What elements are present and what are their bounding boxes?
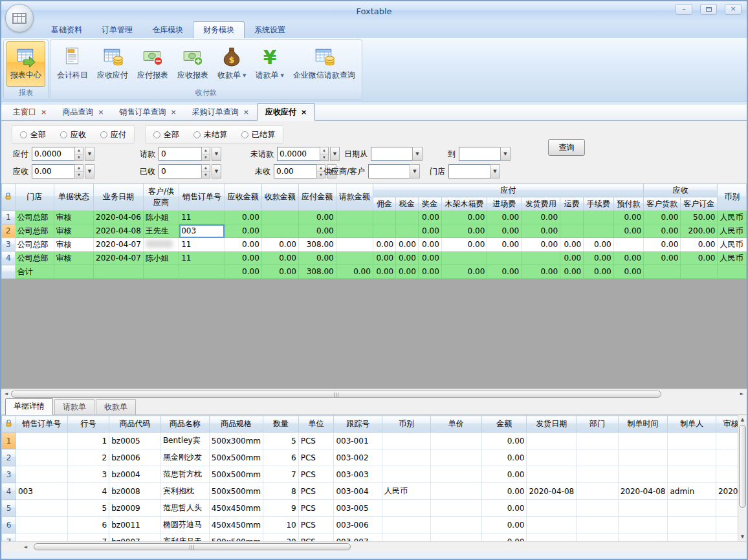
spinner-buttons[interactable]: ▲▼ [201, 147, 210, 161]
detail-horizontal-scrollbar[interactable]: ◄ [1, 541, 747, 552]
cell[interactable] [487, 252, 522, 265]
cell[interactable] [527, 449, 577, 466]
cell[interactable]: 0.00 [481, 517, 526, 533]
cell[interactable]: 500x300mm [209, 433, 263, 449]
cell[interactable]: 0.00 [261, 252, 298, 265]
cell[interactable]: 人民币 [718, 238, 747, 252]
cell[interactable]: 11 [179, 238, 225, 252]
main-horizontal-scrollbar[interactable]: ◄ ► [1, 389, 747, 398]
cell[interactable]: bz0007 [109, 533, 161, 542]
numeric-value[interactable]: 0.00 [32, 164, 74, 178]
cell[interactable]: 公司总部 [15, 211, 54, 224]
cell[interactable]: 0.00 [487, 224, 522, 238]
col-header-手续费[interactable]: 手续费 [584, 197, 614, 211]
cell[interactable]: admin [668, 483, 716, 500]
col-header-销售订单号[interactable]: 销售订单号 [179, 184, 225, 211]
cell[interactable]: 0.00 [481, 500, 526, 517]
cell[interactable]: 范思哲人头 [160, 500, 209, 517]
ribbon-button-报表中心[interactable]: 报表中心 [6, 41, 45, 87]
cell[interactable]: 0.00 [418, 238, 441, 252]
close-tab-icon[interactable]: × [243, 108, 249, 116]
detail-vertical-scrollbar[interactable]: ▲ ▼ [738, 415, 747, 541]
cell[interactable]: 003-003 [334, 466, 382, 483]
cell[interactable]: 2020-04-08 [618, 483, 668, 500]
row-number[interactable]: 5 [2, 500, 16, 517]
cell[interactable] [577, 466, 619, 483]
dropdown-button[interactable]: ▼ [330, 147, 340, 161]
cell[interactable]: 0.00 [225, 224, 261, 238]
cell[interactable] [261, 224, 298, 238]
cell[interactable]: 公司总部 [15, 252, 54, 265]
cell[interactable]: 11 [179, 252, 225, 265]
cell[interactable] [613, 238, 644, 252]
scroll-thumb[interactable] [34, 543, 351, 550]
col-header-商品名称[interactable]: 商品名称 [160, 416, 209, 433]
cell[interactable]: 308.00 [298, 238, 336, 252]
cell[interactable]: PCS [298, 449, 334, 466]
cell[interactable]: Bentley宾 [160, 433, 209, 449]
col-header-业务日期[interactable]: 业务日期 [94, 184, 144, 211]
cell[interactable]: 0.00 [613, 252, 644, 265]
cell[interactable]: 003 [16, 483, 67, 500]
cell[interactable]: 500x500mm [209, 466, 263, 483]
col-header-客户/供应商[interactable]: 客户/供应商 [143, 184, 179, 211]
cell[interactable] [373, 224, 395, 238]
cell[interactable]: 20 [263, 533, 299, 542]
col-header-进场费[interactable]: 进场费 [487, 197, 522, 211]
cell[interactable]: 10 [263, 517, 299, 533]
dropdown-button[interactable]: ▼ [212, 164, 221, 178]
col-header-单位[interactable]: 单位 [298, 416, 334, 433]
ribbon-tab-财务模块[interactable]: 财务模块 [193, 21, 245, 38]
spin-down-icon[interactable]: ▼ [202, 172, 210, 178]
col-header-应付金额[interactable]: 应付金额 [298, 184, 336, 211]
radio-全部[interactable]: 全部 [153, 129, 179, 140]
cell[interactable] [336, 238, 373, 252]
cell[interactable] [668, 466, 716, 483]
cell[interactable]: 0.00 [560, 252, 584, 265]
spinner-buttons[interactable]: ▲▼ [201, 164, 210, 178]
cell[interactable]: PCS [298, 483, 334, 500]
cell[interactable]: 人民币 [382, 483, 431, 500]
detail-tab-单据详情[interactable]: 单据详情 [5, 398, 53, 415]
cell[interactable] [584, 224, 614, 238]
cell[interactable]: 003-005 [334, 500, 382, 517]
dropdown-button[interactable]: ▼ [212, 147, 221, 161]
numeric-value[interactable]: 0.0000 [277, 147, 320, 161]
cell[interactable]: 4 [67, 483, 109, 500]
combo-value[interactable] [448, 164, 490, 178]
spinner-buttons[interactable]: ▲▼ [320, 147, 329, 161]
cell[interactable] [577, 533, 619, 542]
cell[interactable]: 003-006 [334, 517, 382, 533]
cell[interactable] [16, 433, 67, 449]
cell[interactable] [522, 252, 560, 265]
cell[interactable]: 2020-04-08 [527, 483, 577, 500]
cell[interactable] [618, 433, 668, 449]
cell[interactable]: 审核 [54, 252, 93, 265]
numeric-input[interactable]: 0▲▼ [159, 164, 210, 178]
col-header-部门[interactable]: 部门 [577, 416, 619, 433]
cell[interactable] [430, 517, 481, 533]
cell[interactable]: 0.00 [560, 238, 584, 252]
combo-input[interactable]: ▼ [371, 147, 423, 161]
app-menu-button[interactable] [5, 4, 34, 32]
row-number[interactable]: 3 [2, 466, 16, 483]
cell[interactable]: 450x450mm [209, 500, 263, 517]
cell[interactable]: 0.00 [373, 252, 395, 265]
cell[interactable]: 0.00 [396, 238, 419, 252]
cell[interactable]: 0.00 [681, 252, 718, 265]
cell[interactable]: 范思哲方枕 [160, 466, 209, 483]
cell[interactable]: 0.00 [487, 238, 522, 252]
col-header-金额[interactable]: 金额 [481, 416, 526, 433]
lock-corner-cell[interactable] [2, 184, 16, 211]
row-number[interactable]: 3 [2, 238, 16, 252]
col-header-门店[interactable]: 门店 [15, 184, 54, 211]
cell[interactable]: 2020-04-07 [94, 252, 144, 265]
doc-tab-商品查询[interactable]: 商品查询× [54, 104, 111, 120]
detail-tab-请款单[interactable]: 请款单 [54, 399, 94, 415]
minimize-button[interactable]: – [676, 4, 692, 15]
cell[interactable]: 黑金刚沙发 [160, 449, 209, 466]
cell[interactable] [618, 449, 668, 466]
cell[interactable]: 0.00 [481, 533, 526, 542]
row-number[interactable]: 7 [2, 533, 16, 542]
cell[interactable] [668, 533, 716, 542]
